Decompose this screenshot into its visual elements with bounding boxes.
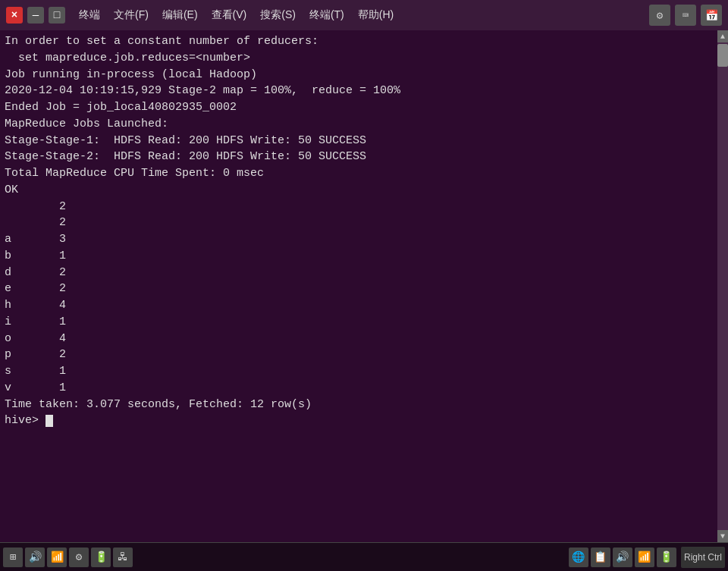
- taskbar-sys-icons: 🌐 📋 🔊 📶 🔋: [569, 547, 676, 567]
- taskbar-icon-1[interactable]: ⊞: [3, 547, 23, 567]
- line-13: a 3: [5, 233, 66, 246]
- menu-help[interactable]: 帮助(H): [352, 7, 400, 24]
- maximize-button[interactable]: □: [49, 7, 65, 24]
- menu-search[interactable]: 搜索(S): [254, 7, 302, 24]
- line-8: Stage-Stage-2: HDFS Read: 200 HDFS Write…: [5, 150, 366, 163]
- line-4: 2020-12-04 10:19:15,929 Stage-2 map = 10…: [5, 84, 400, 97]
- line-15: d 2: [5, 266, 66, 279]
- line-17: h 4: [5, 299, 66, 312]
- line-10: OK: [5, 184, 18, 196]
- line-16: e 2: [5, 282, 66, 295]
- cursor: [46, 415, 53, 427]
- minimize-button[interactable]: —: [27, 7, 44, 24]
- line-12: 2: [5, 216, 66, 229]
- scrollbar[interactable]: ▲ ▼: [717, 30, 728, 542]
- terminal-text: In order to set a constant number of red…: [5, 33, 723, 429]
- line-24: hive>: [5, 414, 46, 427]
- taskbar-sys-icon-5[interactable]: 🔋: [657, 547, 676, 567]
- menu-view[interactable]: 查看(V): [206, 7, 253, 24]
- topbar-icon-2: ⌨: [675, 5, 696, 26]
- titlebar: ⚙ ⌨ 📅 × — □ 终端 文件(F) 编辑(E) 查看(V) 搜索(S) 终…: [0, 0, 728, 30]
- line-22: v 1: [5, 381, 66, 394]
- line-18: i 1: [5, 315, 66, 328]
- topbar-icon-1: ⚙: [649, 5, 670, 26]
- menu-term[interactable]: 终端(T): [303, 7, 350, 24]
- taskbar-sys-icon-4[interactable]: 📶: [635, 547, 654, 567]
- line-6: MapReduce Jobs Launched:: [5, 118, 168, 130]
- taskbar-sys-icon-1[interactable]: 🌐: [569, 547, 588, 567]
- taskbar-icon-5[interactable]: 🔋: [91, 547, 111, 567]
- scroll-thumb[interactable]: [717, 44, 728, 67]
- line-9: Total MapReduce CPU Time Spent: 0 msec: [5, 167, 264, 180]
- taskbar-right: 🌐 📋 🔊 📶 🔋 Right Ctrl: [569, 547, 725, 568]
- taskbar: ⊞ 🔊 📶 ⚙ 🔋 🖧 🌐 📋 🔊 📶 🔋 Right Ctrl: [0, 542, 728, 571]
- menu-terminal[interactable]: 终端: [73, 7, 106, 24]
- taskbar-icon-2[interactable]: 🔊: [25, 547, 45, 567]
- line-5: Ended Job = job_local40802935_0002: [5, 101, 237, 114]
- scroll-down[interactable]: ▼: [717, 530, 728, 542]
- line-3: Job running in-process (local Hadoop): [5, 68, 257, 81]
- topbar-icon-3: 📅: [701, 5, 722, 26]
- close-button[interactable]: ×: [6, 7, 23, 24]
- line-7: Stage-Stage-1: HDFS Read: 200 HDFS Write…: [5, 134, 366, 147]
- line-2: set mapreduce.job.reduces=<number>: [5, 52, 250, 64]
- line-23: Time taken: 3.077 seconds, Fetched: 12 r…: [5, 398, 312, 411]
- line-21: s 1: [5, 365, 66, 378]
- taskbar-app-icons: ⊞ 🔊 📶 ⚙ 🔋 🖧: [3, 547, 133, 567]
- line-1: In order to set a constant number of red…: [5, 35, 318, 48]
- taskbar-icon-6[interactable]: 🖧: [113, 547, 133, 567]
- scroll-up[interactable]: ▲: [717, 30, 728, 42]
- terminal-output[interactable]: In order to set a constant number of red…: [0, 30, 728, 542]
- taskbar-icon-4[interactable]: ⚙: [69, 547, 89, 567]
- menu-bar: 终端 文件(F) 编辑(E) 查看(V) 搜索(S) 终端(T) 帮助(H): [73, 7, 722, 24]
- line-11: 2: [5, 200, 66, 213]
- topbar-icons: ⚙ ⌨ 📅: [649, 0, 728, 30]
- taskbar-icon-3[interactable]: 📶: [47, 547, 67, 567]
- menu-edit[interactable]: 编辑(E): [156, 7, 204, 24]
- right-ctrl-label: Right Ctrl: [681, 547, 725, 568]
- line-20: p 2: [5, 348, 66, 361]
- line-14: b 1: [5, 249, 66, 262]
- taskbar-sys-icon-2[interactable]: 📋: [591, 547, 610, 567]
- line-19: o 4: [5, 332, 66, 345]
- menu-file[interactable]: 文件(F): [108, 7, 155, 24]
- taskbar-sys-icon-3[interactable]: 🔊: [613, 547, 632, 567]
